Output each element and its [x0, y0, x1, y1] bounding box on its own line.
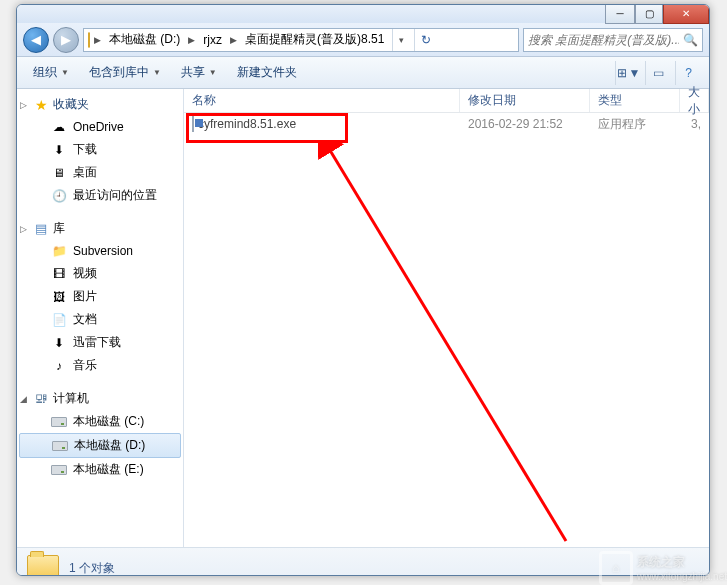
column-name[interactable]: 名称 [184, 89, 460, 112]
minimize-button[interactable]: ─ [605, 4, 635, 24]
file-list[interactable]: cyfremind8.51.exe 2016-02-29 21:52 应用程序 … [184, 113, 709, 547]
expand-icon: ◢ [20, 394, 30, 404]
nav-bar: ◀ ▶ ▶ 本地磁盘 (D:) ▶ rjxz ▶ 桌面提醒精灵(普及版)8.51… [17, 23, 709, 57]
nav-back-button[interactable]: ◀ [23, 27, 49, 53]
document-icon: 📄 [51, 312, 67, 328]
chevron-down-icon: ▼ [209, 68, 217, 77]
tree-item-xunlei[interactable]: ⬇迅雷下载 [17, 331, 183, 354]
nav-forward-button[interactable]: ▶ [53, 27, 79, 53]
tree-item-drive-e[interactable]: 本地磁盘 (E:) [17, 458, 183, 481]
folder-icon: 📁 [51, 243, 67, 259]
drive-icon [52, 438, 68, 454]
window-controls: ─ ▢ ✕ [605, 4, 709, 24]
video-icon: 🎞 [51, 266, 67, 282]
search-icon[interactable]: 🔍 [683, 33, 698, 47]
breadcrumb-item[interactable]: 桌面提醒精灵(普及版)8.51 [241, 29, 388, 50]
include-in-library-button[interactable]: 包含到库中▼ [81, 60, 169, 85]
tree-item-documents[interactable]: 📄文档 [17, 308, 183, 331]
drive-icon [51, 462, 67, 478]
chevron-down-icon: ▼ [61, 68, 69, 77]
breadcrumb-item[interactable]: rjxz [199, 31, 226, 49]
chevron-right-icon: ▶ [188, 35, 195, 45]
view-options-button[interactable]: ⊞▼ [615, 61, 641, 85]
column-headers: 名称 修改日期 类型 大小 [184, 89, 709, 113]
picture-icon: 🖼 [51, 289, 67, 305]
file-date: 2016-02-29 21:52 [460, 117, 590, 131]
collapse-icon: ▷ [20, 224, 30, 234]
column-size[interactable]: 大小 [680, 89, 709, 112]
new-folder-button[interactable]: 新建文件夹 [229, 60, 305, 85]
annotation-arrow [318, 141, 578, 561]
library-icon: ▤ [33, 221, 49, 237]
desktop-icon: 🖥 [51, 165, 67, 181]
address-bar[interactable]: ▶ 本地磁盘 (D:) ▶ rjxz ▶ 桌面提醒精灵(普及版)8.51 ▾ ↻ [83, 28, 519, 52]
tree-item-drive-d[interactable]: 本地磁盘 (D:) [19, 433, 181, 458]
nav-tree[interactable]: ▷ ★ 收藏夹 ☁OneDrive ⬇下载 🖥桌面 🕘最近访问的位置 ▷ ▤ 库… [17, 89, 184, 547]
cloud-icon: ☁ [51, 119, 67, 135]
file-list-pane: 名称 修改日期 类型 大小 cyfremind8.51.exe 2016-02-… [184, 89, 709, 547]
drive-icon [51, 414, 67, 430]
recent-icon: 🕘 [51, 188, 67, 204]
status-count: 1 个对象 [69, 560, 115, 576]
tree-item-videos[interactable]: 🎞视频 [17, 262, 183, 285]
download-icon: ⬇ [51, 142, 67, 158]
tree-favorites[interactable]: ▷ ★ 收藏夹 [17, 93, 183, 116]
tree-item-drive-c[interactable]: 本地磁盘 (C:) [17, 410, 183, 433]
close-button[interactable]: ✕ [663, 4, 709, 24]
tree-item-subversion[interactable]: 📁Subversion [17, 240, 183, 262]
preview-pane-button[interactable]: ▭ [645, 61, 671, 85]
folder-icon [88, 33, 90, 47]
tree-computer[interactable]: ◢ 🖳 计算机 [17, 387, 183, 410]
exe-icon [192, 117, 194, 131]
chevron-right-icon: ▶ [230, 35, 237, 45]
title-bar: ─ ▢ ✕ [17, 5, 709, 23]
maximize-button[interactable]: ▢ [635, 4, 663, 24]
folder-icon [27, 555, 59, 577]
breadcrumb-item[interactable]: 本地磁盘 (D:) [105, 29, 184, 50]
search-box[interactable]: 🔍 [523, 28, 703, 52]
star-icon: ★ [33, 97, 49, 113]
help-button[interactable]: ? [675, 61, 701, 85]
share-button[interactable]: 共享▼ [173, 60, 225, 85]
column-type[interactable]: 类型 [590, 89, 680, 112]
file-type: 应用程序 [590, 116, 680, 133]
status-bar: 1 个对象 [17, 547, 709, 576]
toolbar: 组织▼ 包含到库中▼ 共享▼ 新建文件夹 ⊞▼ ▭ ? [17, 57, 709, 89]
chevron-down-icon: ▼ [153, 68, 161, 77]
music-icon: ♪ [51, 358, 67, 374]
file-name: cyfremind8.51.exe [198, 117, 296, 131]
collapse-icon: ▷ [20, 100, 30, 110]
address-dropdown-button[interactable]: ▾ [392, 29, 410, 51]
search-input[interactable] [528, 33, 679, 47]
tree-item-downloads[interactable]: ⬇下载 [17, 138, 183, 161]
file-row[interactable]: cyfremind8.51.exe 2016-02-29 21:52 应用程序 … [184, 113, 709, 135]
file-size: 3, [680, 117, 709, 131]
svg-line-0 [328, 147, 566, 541]
tree-item-onedrive[interactable]: ☁OneDrive [17, 116, 183, 138]
refresh-button[interactable]: ↻ [414, 29, 436, 51]
explorer-body: ▷ ★ 收藏夹 ☁OneDrive ⬇下载 🖥桌面 🕘最近访问的位置 ▷ ▤ 库… [17, 89, 709, 547]
computer-icon: 🖳 [33, 391, 49, 407]
tree-item-pictures[interactable]: 🖼图片 [17, 285, 183, 308]
organize-button[interactable]: 组织▼ [25, 60, 77, 85]
tree-libraries[interactable]: ▷ ▤ 库 [17, 217, 183, 240]
tree-item-recent[interactable]: 🕘最近访问的位置 [17, 184, 183, 207]
download-icon: ⬇ [51, 335, 67, 351]
explorer-window: ─ ▢ ✕ ◀ ▶ ▶ 本地磁盘 (D:) ▶ rjxz ▶ 桌面提醒精灵(普及… [16, 4, 710, 576]
column-date[interactable]: 修改日期 [460, 89, 590, 112]
tree-item-desktop[interactable]: 🖥桌面 [17, 161, 183, 184]
tree-item-music[interactable]: ♪音乐 [17, 354, 183, 377]
chevron-right-icon: ▶ [94, 35, 101, 45]
